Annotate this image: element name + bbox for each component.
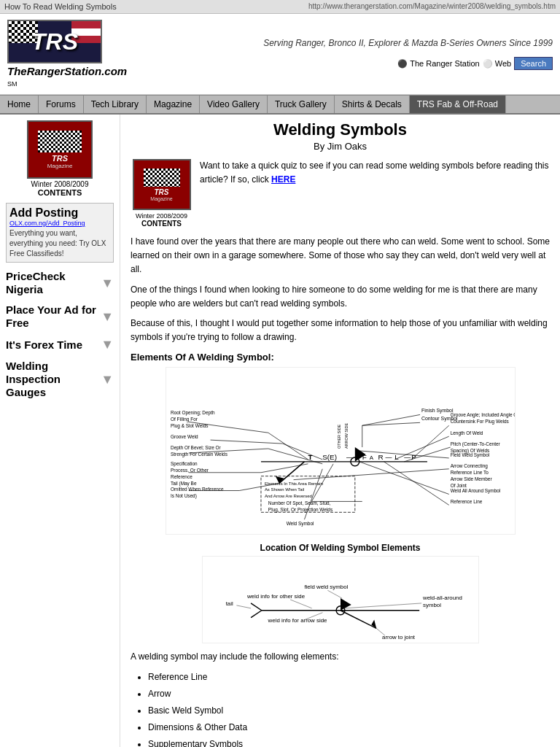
nav-tech-library[interactable]: Tech Library — [84, 96, 147, 113]
nav-forums[interactable]: Forums — [39, 96, 84, 113]
svg-text:Reference Line To: Reference Line To — [450, 470, 489, 475]
intro-season: Winter 2008/2009 — [131, 212, 192, 220]
logo-area: TRS TheRangerStation.com SM — [7, 20, 127, 88]
weld-diagram-svg: T S(E) — F A R — L — P Finish Symbol Con… — [166, 367, 516, 535]
svg-text:symbol: symbol — [423, 602, 441, 608]
intro-here-link[interactable]: HERE — [271, 174, 295, 185]
nav-magazine[interactable]: Magazine — [147, 96, 200, 113]
svg-text:Number Of Spot, Seam, Stud,: Number Of Spot, Seam, Stud, — [268, 501, 330, 507]
nav-trs-fab[interactable]: TRS Fab & Off-Road — [410, 96, 506, 113]
svg-text:Reference Line: Reference Line — [450, 500, 482, 505]
svg-text:Tail (May Be: Tail (May Be — [171, 481, 197, 487]
weld-diagram-container: T S(E) — F A R — L — P Finish Symbol Con… — [131, 367, 550, 537]
svg-text:Is Not Used): Is Not Used) — [171, 494, 197, 500]
nav-bar: Home Forums Tech Library Magazine Video … — [0, 95, 560, 115]
bullet-arrow: Arrow — [148, 686, 550, 703]
svg-line-25 — [282, 444, 322, 460]
inspection-widget[interactable]: Welding Inspection Gauges ▼ — [6, 360, 114, 399]
svg-line-88 — [344, 603, 421, 608]
svg-text:tail: tail — [225, 600, 233, 607]
svg-text:OTHER SIDE: OTHER SIDE — [337, 425, 341, 449]
bullet-supplementary: Supplementary Symbols — [148, 736, 550, 748]
bullet-list: Reference Line Arrow Basic Weld Symbol D… — [148, 669, 550, 747]
svg-text:Elements In This Area Remain: Elements In This Area Remain — [264, 481, 322, 486]
nav-truck-gallery[interactable]: Truck Gallery — [268, 96, 335, 113]
forex-widget[interactable]: It's Forex Time ▼ — [6, 337, 114, 352]
svg-line-62 — [293, 469, 448, 480]
bullet-intro: A welding symbol may include the followi… — [131, 651, 550, 662]
pricecheck-widget[interactable]: PriceCheck Nigeria ▼ — [6, 270, 114, 296]
svg-line-92 — [376, 629, 385, 636]
svg-text:S(E): S(E) — [322, 453, 337, 461]
svg-line-79 — [251, 611, 262, 618]
svg-line-69 — [384, 462, 448, 505]
site-sm-text: SM — [7, 80, 18, 88]
intro-contents: CONTENTS — [131, 220, 192, 228]
intro-mag-area: TRS Magazine Winter 2008/2009 CONTENTS — [131, 159, 192, 228]
svg-text:Arrow Connecting: Arrow Connecting — [450, 463, 488, 469]
main-layout: TRS Magazine Winter 2008/2009 CONTENTS A… — [0, 115, 560, 747]
radio-trs-label: ⚫ The Ranger Station — [397, 59, 479, 69]
browser-url-bar: http://www.therangerstation.com/Magazine… — [308, 2, 556, 11]
intro-sentence: Want to take a quick quiz to see if you … — [200, 160, 548, 185]
place-ad-text: Place Your Ad for Free — [6, 303, 101, 330]
svg-text:Reference: Reference — [171, 474, 192, 479]
bullet-dimensions: Dimensions & Other Data — [148, 719, 550, 736]
svg-text:Countersink For Plug Welds: Countersink For Plug Welds — [450, 419, 508, 425]
svg-text:Weld Symbol: Weld Symbol — [286, 521, 314, 527]
svg-text:Length Of Weld: Length Of Weld — [450, 431, 483, 437]
magazine-cover: TRS Magazine Winter 2008/2009 CONTENTS — [6, 120, 114, 197]
paragraph-2: One of the things I found when looking t… — [131, 283, 550, 311]
svg-text:A: A — [369, 454, 373, 461]
pricecheck-text: PriceCheck Nigeria — [6, 270, 101, 296]
svg-line-74 — [341, 611, 376, 629]
svg-text:Finish Symbol: Finish Symbol — [421, 409, 454, 414]
tagline-search: Serving Ranger, Bronco II, Explorer & Ma… — [263, 38, 553, 70]
radio-web-label: ⚪ Web — [483, 59, 511, 69]
logo-trs-text: TRS — [31, 28, 78, 55]
location-diagram-container: Location Of Welding Symbol Elements fiel… — [131, 543, 550, 646]
inspection-text: Welding Inspection Gauges — [6, 360, 101, 399]
svg-line-83 — [290, 600, 312, 608]
add-posting-sub: OLX.com.ng/Add_Posting — [9, 220, 110, 227]
page-title: Welding Symbols — [131, 120, 550, 139]
svg-text:Groove Weld: Groove Weld — [171, 434, 198, 439]
intro-mag-image: TRS Magazine — [133, 159, 191, 210]
elements-heading: Elements Of A Welding Symbol: — [131, 352, 550, 363]
pricecheck-arrow: ▼ — [101, 276, 114, 291]
svg-line-1 — [279, 462, 304, 484]
svg-line-32 — [260, 464, 307, 473]
svg-text:weld info for other side: weld info for other side — [246, 593, 305, 600]
svg-line-20 — [268, 433, 308, 460]
search-button[interactable]: Search — [514, 57, 553, 70]
svg-text:Root Opening; Depth: Root Opening; Depth — [171, 411, 215, 417]
bullet-reference-line: Reference Line — [148, 669, 550, 686]
mag-season: Winter 2008/2009 — [6, 180, 114, 188]
tagline: Serving Ranger, Bronco II, Explorer & Ma… — [263, 38, 553, 48]
location-diagram-svg: field weld symbol weld info for other si… — [202, 556, 479, 643]
add-posting-desc: Everything you want, everything you need… — [9, 228, 110, 259]
add-posting-ad: Add Posting OLX.com.ng/Add_Posting Every… — [6, 203, 114, 263]
add-posting-title: Add Posting — [9, 206, 110, 220]
location-title: Location Of Welding Symbol Elements — [131, 543, 550, 553]
site-header: TRS TheRangerStation.com SM Serving Rang… — [0, 14, 560, 95]
svg-text:And Arrow Are Reversed: And Arrow Are Reversed — [264, 495, 311, 499]
svg-text:—: — — [346, 454, 352, 461]
sidebar: TRS Magazine Winter 2008/2009 CONTENTS A… — [0, 115, 120, 747]
nav-home[interactable]: Home — [0, 96, 39, 113]
bullet-basic-weld: Basic Weld Symbol — [148, 703, 550, 719]
browser-title-bar: How To Read Welding Symbols — [4, 2, 117, 11]
svg-text:Pitch (Center-To-Center: Pitch (Center-To-Center — [450, 441, 500, 447]
place-ad-widget[interactable]: Place Your Ad for Free ▼ — [6, 303, 114, 330]
place-ad-arrow: ▼ — [101, 309, 114, 325]
svg-text:weld-all-around: weld-all-around — [422, 595, 462, 601]
svg-line-81 — [327, 591, 342, 599]
intro-box: TRS Magazine Winter 2008/2009 CONTENTS W… — [131, 159, 550, 228]
svg-text:Specification: Specification — [171, 461, 198, 467]
nav-video-gallery[interactable]: Video Gallery — [200, 96, 268, 113]
svg-text:R: R — [378, 453, 383, 461]
svg-text:field weld symbol: field weld symbol — [304, 584, 348, 591]
svg-text:Arrow Side Member: Arrow Side Member — [450, 476, 492, 481]
nav-shirts-decals[interactable]: Shirts & Decals — [335, 96, 410, 113]
svg-text:Weld All Around Symbol: Weld All Around Symbol — [450, 489, 500, 495]
